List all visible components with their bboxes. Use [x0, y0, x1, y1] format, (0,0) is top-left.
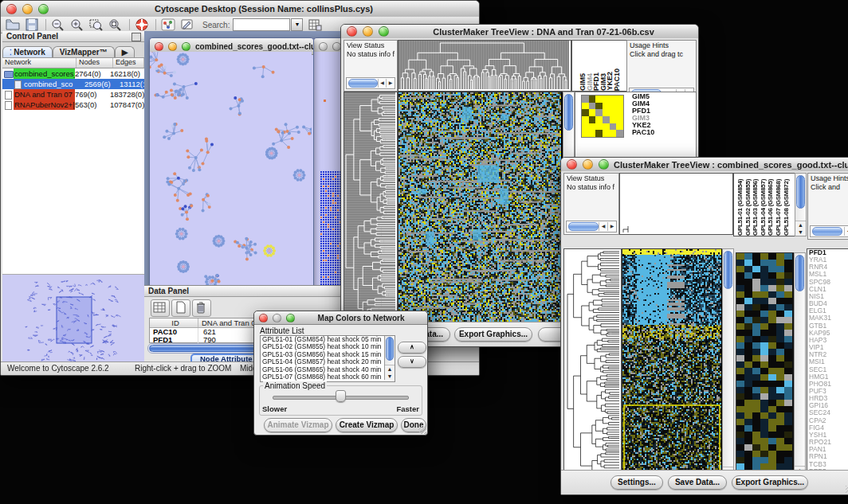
- animate-vizmap-button[interactable]: Animate Vizmap: [264, 418, 332, 432]
- matrix-cell[interactable]: [610, 103, 617, 110]
- dialog-titlebar[interactable]: Map Colors to Network: [254, 311, 427, 325]
- tv2-column-dendrogram[interactable]: [619, 173, 733, 235]
- matrix-cell[interactable]: [582, 116, 589, 123]
- matrix-cell[interactable]: [610, 116, 617, 123]
- search-dropdown-arrow[interactable]: ▼: [291, 18, 303, 31]
- move-down-button[interactable]: ∨: [398, 356, 426, 368]
- network-overview-canvas[interactable]: [2, 275, 143, 366]
- matrix-cell[interactable]: [616, 123, 623, 131]
- plugin-nodes-icon[interactable]: [161, 18, 175, 31]
- table-mode-icon[interactable]: [151, 299, 170, 317]
- new-attribute-icon[interactable]: [171, 299, 190, 317]
- matrix-cell[interactable]: [616, 116, 623, 123]
- column-label[interactable]: GPL51-07 (GSM868): [775, 179, 783, 236]
- zoom-out-icon[interactable]: [51, 18, 65, 31]
- zoom-in-icon[interactable]: [70, 18, 84, 31]
- tv2-export-graphics-button[interactable]: Export Graphics...: [732, 475, 808, 490]
- zoom-selected-icon[interactable]: [89, 18, 104, 31]
- search-input[interactable]: [233, 18, 290, 31]
- tv1-selection-matrix[interactable]: [581, 95, 624, 138]
- column-label[interactable]: GPL51-04 (GSM857): [760, 179, 768, 236]
- matrix-cell[interactable]: [616, 109, 623, 116]
- close-button[interactable]: [6, 4, 17, 14]
- tv1-column-dendrogram[interactable]: [398, 40, 571, 92]
- open-session-icon[interactable]: [6, 18, 20, 31]
- matrix-cell[interactable]: [589, 130, 596, 137]
- move-up-button[interactable]: ∧: [398, 342, 426, 354]
- column-label[interactable]: GPL51-03 (GSM856): [752, 179, 760, 236]
- annotation-icon[interactable]: [180, 18, 194, 31]
- matrix-cell[interactable]: [603, 123, 610, 131]
- tv2-heatmap-vscrollbar[interactable]: ▲▼: [722, 248, 734, 483]
- minimize-button[interactable]: [273, 314, 281, 322]
- matrix-cell[interactable]: [582, 103, 589, 110]
- zoom-fit-icon[interactable]: [108, 18, 123, 31]
- matrix-cell[interactable]: [589, 123, 596, 131]
- tv2-main-heatmap[interactable]: [622, 248, 724, 484]
- matrix-cell[interactable]: [610, 123, 617, 131]
- matrix-cell[interactable]: [610, 96, 617, 103]
- tv2-labels-vscrollbar[interactable]: ▲▼: [795, 173, 807, 236]
- matrix-cell[interactable]: [616, 103, 623, 110]
- tv2-save-data-button[interactable]: Save Data...: [668, 475, 727, 490]
- matrix-cell[interactable]: [582, 96, 589, 103]
- zoom-button[interactable]: [38, 4, 49, 14]
- help-lifebuoy-icon[interactable]: [135, 18, 149, 31]
- close-button[interactable]: [155, 42, 163, 51]
- minimize-button[interactable]: [168, 42, 177, 51]
- matrix-cell[interactable]: [589, 96, 596, 103]
- close-button[interactable]: [347, 26, 357, 37]
- matrix-cell[interactable]: [603, 116, 610, 123]
- column-label[interactable]: GPL51-06 (GSM865): [767, 179, 775, 236]
- zoom-button[interactable]: [379, 26, 389, 37]
- matrix-cell[interactable]: [603, 96, 610, 103]
- matrix-cell[interactable]: [610, 130, 617, 137]
- tab-vizmapper[interactable]: VizMapper™: [53, 46, 115, 57]
- column-label[interactable]: GPL51-01 (GSM854): [736, 179, 744, 236]
- matrix-cell[interactable]: [610, 109, 617, 116]
- minimize-button[interactable]: [583, 159, 593, 170]
- matrix-cell[interactable]: [595, 116, 603, 123]
- matrix-cell[interactable]: [616, 96, 623, 103]
- matrix-cell[interactable]: [595, 109, 603, 116]
- create-vizmap-button[interactable]: Create Vizmap: [336, 418, 398, 432]
- close-button[interactable]: [567, 159, 577, 170]
- treeview2-titlebar[interactable]: ClusterMaker TreeView : combined_scores_…: [561, 158, 848, 172]
- tv1-row-dendrogram[interactable]: [344, 92, 398, 324]
- resize-grip[interactable]: [418, 426, 426, 434]
- tv2-row-dendrogram[interactable]: [563, 248, 622, 484]
- animation-speed-slider-thumb[interactable]: [336, 390, 346, 402]
- float-panel-icon[interactable]: [132, 33, 141, 41]
- matrix-cell[interactable]: [595, 103, 603, 110]
- matrix-cell[interactable]: [582, 123, 589, 131]
- zoom-button[interactable]: [182, 42, 190, 51]
- network-tree-row[interactable]: combined_sco 2569(6) 13112(15): [2, 79, 144, 89]
- attribute-table-icon[interactable]: [308, 18, 322, 31]
- matrix-cell[interactable]: [589, 103, 596, 110]
- column-label[interactable]: GPL51-02 (GSM855): [744, 179, 752, 236]
- tv1-export-graphics-button[interactable]: Export Graphics...: [454, 327, 532, 342]
- usage-hints-scrollbar[interactable]: ◀▶: [810, 225, 848, 237]
- matrix-cell[interactable]: [589, 116, 596, 123]
- save-session-icon[interactable]: [25, 18, 39, 31]
- view-status-scrollbar[interactable]: ◀▶: [346, 77, 395, 89]
- matrix-cell[interactable]: [589, 109, 596, 116]
- tab-network[interactable]: ⁚ Network: [2, 46, 53, 57]
- gene-label[interactable]: PAC10: [630, 129, 693, 136]
- column-label[interactable]: GPL51-08 (GSM872): [783, 179, 791, 236]
- delete-attribute-icon[interactable]: [192, 299, 211, 317]
- matrix-cell[interactable]: [582, 130, 589, 137]
- matrix-cell[interactable]: [603, 109, 610, 116]
- matrix-cell[interactable]: [595, 130, 603, 137]
- tv1-main-heatmap[interactable]: [398, 92, 563, 324]
- matrix-cell[interactable]: [616, 130, 623, 137]
- tv2-settings-button[interactable]: Settings...: [610, 475, 663, 490]
- network-tree-row[interactable]: combined_scores_ 2764(0) 16218(0): [2, 68, 144, 79]
- network1-canvas[interactable]: [150, 52, 312, 291]
- matrix-cell[interactable]: [603, 130, 610, 137]
- close-button[interactable]: [259, 314, 268, 322]
- tv2-global-vscrollbar[interactable]: ▲▼: [794, 252, 806, 482]
- tv2-global-heatmap[interactable]: [736, 252, 795, 482]
- minimize-button[interactable]: [363, 26, 373, 37]
- attribute-list-item[interactable]: GPL51-07 (GSM868) heat shock 60 min: [261, 373, 395, 381]
